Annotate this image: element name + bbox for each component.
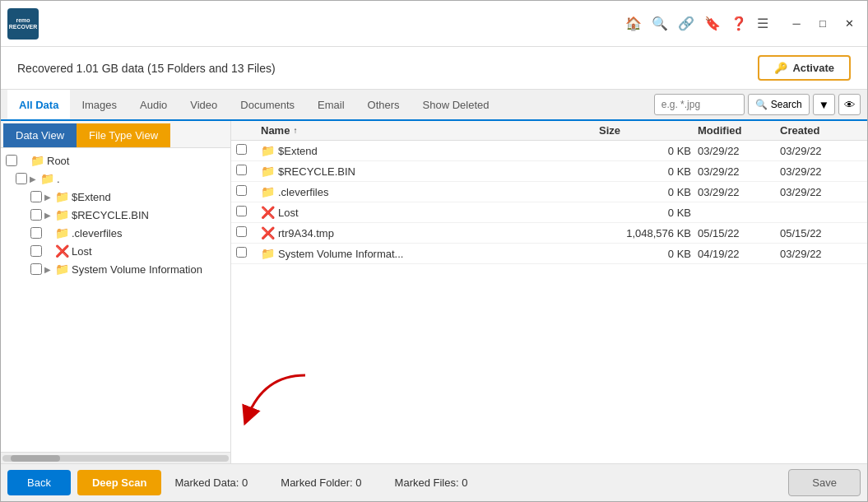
col-name[interactable]: Name ↑ <box>261 124 599 137</box>
row-checkbox[interactable] <box>236 247 247 258</box>
key-icon: 🔑 <box>774 62 787 74</box>
tree-checkbox-extend[interactable] <box>30 191 42 202</box>
back-button[interactable]: Back <box>7 470 71 495</box>
row-checkbox[interactable] <box>236 144 247 155</box>
scroll-track <box>2 455 229 462</box>
minimize-button[interactable]: ─ <box>785 12 808 35</box>
tab-documents[interactable]: Documents <box>229 90 306 121</box>
window-controls: ─ □ ✕ <box>785 12 861 35</box>
tab-bar: All Data Images Audio Video Documents Em… <box>1 90 867 121</box>
table-row[interactable]: 📁 .cleverfiles 0 KB 03/29/22 03/29/22 <box>231 182 867 202</box>
tree-item-sysvolinfo[interactable]: ▶ 📁 System Volume Information <box>1 260 230 278</box>
visibility-button[interactable]: 👁 <box>838 94 861 115</box>
col-checkbox <box>236 124 261 137</box>
tree-item-extend[interactable]: ▶ 📁 $Extend <box>1 188 230 206</box>
tab-images[interactable]: Images <box>70 90 128 121</box>
search-icon[interactable]: 🔍 <box>652 16 668 31</box>
folder-icon-recycle: 📁 <box>55 208 69 221</box>
table-row[interactable]: 📁 $Extend 0 KB 03/29/22 03/29/22 <box>231 141 867 161</box>
file-folder-icon: 📁 <box>261 144 275 157</box>
file-folder-icon: 📁 <box>261 185 275 198</box>
col-modified[interactable]: Modified <box>698 124 780 137</box>
tree-area[interactable]: 📁 Root ▶ 📁 . ▶ 📁 $Extend <box>1 148 230 452</box>
search-dropdown-button[interactable]: ▼ <box>813 94 835 115</box>
recovered-text: Recovered 1.01 GB data (15 Folders and 1… <box>17 62 748 75</box>
subheader: Recovered 1.01 GB data (15 Folders and 1… <box>1 47 867 90</box>
bottom-bar: Back Deep Scan Marked Data: 0 Marked Fol… <box>1 463 867 501</box>
table-row[interactable]: ❌ Lost 0 KB <box>231 202 867 223</box>
tree-item-cleverfiles[interactable]: 📁 .cleverfiles <box>1 224 230 242</box>
maximize-button[interactable]: □ <box>811 12 834 35</box>
table-header: Name ↑ Size Modified Created <box>231 121 867 141</box>
tab-audio[interactable]: Audio <box>128 90 179 121</box>
row-checkbox[interactable] <box>236 165 247 175</box>
share-icon[interactable]: 🔗 <box>678 16 694 31</box>
table-row[interactable]: 📁 System Volume Informat... 0 KB 04/19/2… <box>231 244 867 264</box>
col-size[interactable]: Size <box>599 124 698 137</box>
activate-label: Activate <box>792 62 834 74</box>
marked-folder-status: Marked Folder: 0 <box>281 476 361 489</box>
marked-data-status: Marked Data: 0 <box>174 476 248 489</box>
tree-checkbox-recycle[interactable] <box>30 209 42 221</box>
activate-button[interactable]: 🔑 Activate <box>758 55 851 81</box>
file-folder-icon: 📁 <box>261 165 275 178</box>
search-area: 🔍 Search ▼ 👁 <box>654 90 861 119</box>
folder-icon-lost: ❌ <box>55 244 69 258</box>
table-row[interactable]: 📁 $RECYCLE.BIN 0 KB 03/29/22 03/29/22 <box>231 161 867 182</box>
file-folder-icon: 📁 <box>261 247 275 260</box>
folder-icon-cleverfiles: 📁 <box>55 226 69 239</box>
bookmark-icon[interactable]: 🔖 <box>704 16 721 31</box>
tree-checkbox-sysvolinfo[interactable] <box>30 263 42 275</box>
tree-checkbox-root[interactable] <box>6 155 17 166</box>
tree-checkbox-lost[interactable] <box>30 245 42 257</box>
tab-email[interactable]: Email <box>306 90 356 121</box>
row-checkbox[interactable] <box>236 226 247 237</box>
marked-files-status: Marked Files: 0 <box>395 476 468 489</box>
sort-icon: ↑ <box>293 126 297 135</box>
folder-icon-dot: 📁 <box>40 172 54 185</box>
menu-icon[interactable]: ☰ <box>757 16 768 31</box>
tab-all-data[interactable]: All Data <box>7 90 70 121</box>
file-table[interactable]: Name ↑ Size Modified Created 📁 $Extend 0… <box>231 121 867 463</box>
scroll-thumb[interactable] <box>11 455 60 462</box>
search-button[interactable]: 🔍 Search <box>748 94 810 115</box>
tab-others[interactable]: Others <box>356 90 411 121</box>
file-error-icon: ❌ <box>261 226 275 239</box>
folder-icon-root: 📁 <box>30 154 44 167</box>
tree-item-lost[interactable]: ❌ Lost <box>1 242 230 260</box>
tree-item-recycle[interactable]: ▶ 📁 $RECYCLE.BIN <box>1 206 230 224</box>
help-icon[interactable]: ❓ <box>731 16 747 31</box>
tree-item-root[interactable]: 📁 Root <box>1 151 230 170</box>
search-icon-btn: 🔍 <box>755 99 768 110</box>
tab-show-deleted[interactable]: Show Deleted <box>411 90 501 121</box>
tree-checkbox-dot[interactable] <box>16 173 27 184</box>
file-type-view-tab[interactable]: File Type View <box>77 123 170 147</box>
tree-checkbox-cleverfiles[interactable] <box>30 227 42 239</box>
row-checkbox[interactable] <box>236 206 247 216</box>
search-input[interactable] <box>654 94 745 115</box>
main-window: remoRECOVER 🏠 🔍 🔗 🔖 ❓ ☰ ─ □ ✕ Recovered … <box>0 0 868 502</box>
view-tabs: Data View File Type View <box>1 121 230 148</box>
folder-icon-sysvolinfo: 📁 <box>55 263 69 276</box>
deep-scan-button[interactable]: Deep Scan <box>77 470 161 495</box>
logo-icon: remoRECOVER <box>7 8 39 40</box>
close-button[interactable]: ✕ <box>838 12 861 35</box>
table-row[interactable]: ❌ rtr9A34.tmp 1,048,576 KB 05/15/22 05/1… <box>231 223 867 244</box>
title-bar: remoRECOVER 🏠 🔍 🔗 🔖 ❓ ☰ ─ □ ✕ <box>1 1 867 47</box>
tab-video[interactable]: Video <box>179 90 229 121</box>
file-error-icon: ❌ <box>261 206 275 219</box>
horizontal-scrollbar[interactable] <box>1 452 230 463</box>
tree-item-dot[interactable]: ▶ 📁 . <box>1 170 230 188</box>
data-view-tab[interactable]: Data View <box>3 123 77 147</box>
right-panel: Name ↑ Size Modified Created 📁 $Extend 0… <box>231 121 867 463</box>
folder-icon-extend: 📁 <box>55 190 69 203</box>
app-logo: remoRECOVER <box>7 8 625 40</box>
save-button[interactable]: Save <box>788 469 861 496</box>
col-created[interactable]: Created <box>780 124 862 137</box>
title-bar-controls: 🏠 🔍 🔗 🔖 ❓ ☰ ─ □ ✕ <box>625 12 861 35</box>
left-panel: Data View File Type View 📁 Root ▶ <box>1 121 231 463</box>
main-content: Data View File Type View 📁 Root ▶ <box>1 121 867 463</box>
home-icon[interactable]: 🏠 <box>625 16 642 31</box>
row-checkbox[interactable] <box>236 185 247 196</box>
status-info: Marked Data: 0 Marked Folder: 0 Marked F… <box>168 476 782 489</box>
